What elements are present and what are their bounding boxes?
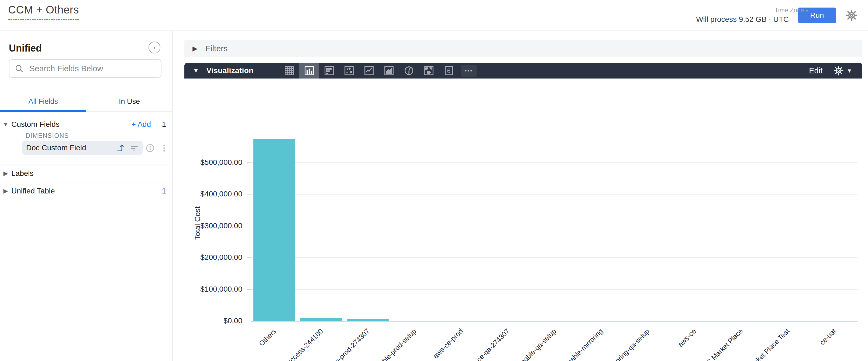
viz-icon-pie[interactable] [399, 63, 419, 79]
divider [0, 200, 173, 200]
active-tab-indicator [0, 110, 86, 112]
gridline [251, 194, 858, 195]
y-tick-label: $200,000.00 [183, 253, 242, 262]
single-value-icon: 6 [443, 64, 455, 77]
viz-icon-scatter[interactable] [339, 63, 359, 79]
line-chart-icon [363, 64, 375, 77]
caret-down-icon[interactable]: ▼ [0, 121, 11, 128]
gridline [251, 257, 858, 258]
viz-icon-column[interactable] [299, 63, 319, 79]
y-axis-tick [247, 321, 251, 321]
scatter-chart-icon [343, 64, 355, 77]
field-label: Doc Custom Field [26, 143, 112, 152]
edit-button[interactable]: Edit [809, 66, 823, 75]
process-info: Time Zone ▾ Will process 9.52 GB · UTC [696, 6, 789, 24]
search-field-container [9, 59, 161, 78]
field-doc-custom-field[interactable]: Doc Custom Field [22, 141, 143, 155]
visualization-label: Visualization [207, 66, 254, 75]
bar[interactable] [347, 318, 389, 321]
viz-type-switcher: 6 ••• [279, 63, 479, 79]
pie-chart-icon [403, 64, 415, 77]
caret-right-icon[interactable]: ▶ [0, 170, 11, 177]
filter-icon[interactable] [130, 143, 139, 152]
search-input[interactable] [29, 64, 156, 74]
field-tabs: All Fields In Use [0, 92, 173, 112]
filters-label: Filters [206, 44, 227, 53]
viz-icon-bar[interactable] [319, 63, 339, 79]
timezone-label: Time Zone [774, 7, 804, 14]
viz-icon-table[interactable] [279, 63, 299, 79]
y-axis-tick [247, 257, 251, 258]
y-axis-tick [247, 162, 251, 163]
filters-bar[interactable]: ▶ Filters [184, 40, 862, 57]
y-tick-label: $400,000.00 [183, 190, 242, 198]
caret-down-icon[interactable]: ▼ [193, 67, 199, 74]
y-axis-tick [247, 226, 251, 226]
map-chart-icon [423, 64, 435, 77]
viz-icon-more[interactable]: ••• [459, 63, 479, 79]
y-axis-tick [247, 194, 251, 195]
looker-explore-page: CCM + Others Time Zone ▾ Will process 9.… [0, 0, 868, 361]
caret-right-icon[interactable]: ▶ [0, 188, 11, 195]
collapse-sidebar-button[interactable]: ‹ [149, 41, 160, 53]
section-label: Labels [11, 169, 34, 178]
y-tick-label: $0.00 [183, 316, 242, 325]
y-axis-tick [247, 289, 251, 290]
x-axis-baseline [251, 321, 858, 322]
section-count: 1 [151, 120, 166, 129]
viz-icon-line[interactable] [359, 63, 379, 79]
gridline [251, 162, 858, 163]
bar-chart-icon [323, 64, 335, 77]
bar-chart: Total Cost Doc Custom Field $500,000.00$… [173, 79, 868, 361]
kebab-menu-icon[interactable] [160, 143, 169, 153]
viz-icon-map[interactable] [419, 63, 439, 79]
y-tick-label: $300,000.00 [183, 222, 242, 230]
x-tick-label: Others [154, 327, 278, 361]
gridline [251, 289, 858, 290]
timezone-dropdown[interactable]: Time Zone ▾ [715, 6, 808, 14]
header: CCM + Others Time Zone ▾ Will process 9.… [0, 0, 868, 30]
bar[interactable] [300, 318, 342, 321]
y-tick-label: $100,000.00 [183, 285, 242, 294]
page-title[interactable]: CCM + Others [8, 4, 79, 20]
gear-icon [833, 65, 844, 76]
tab-all-fields[interactable]: All Fields [0, 92, 86, 111]
chevron-down-icon: ▾ [806, 8, 808, 13]
more-icon: ••• [461, 65, 476, 77]
add-custom-field-button[interactable]: + Add [131, 120, 151, 129]
header-controls: Time Zone ▾ Will process 9.52 GB · UTC R… [696, 0, 858, 30]
viz-icon-single-value[interactable]: 6 [439, 63, 459, 79]
section-label: Unified Table [11, 187, 55, 195]
pivot-icon[interactable] [116, 143, 125, 152]
column-chart-icon [303, 64, 315, 77]
section-custom-fields[interactable]: ▼ Custom Fields + Add 1 [0, 116, 173, 132]
field-picker-sidebar: Unified ‹ All Fields In Use ▼ Custom Fie… [0, 31, 173, 361]
explore-title: Unified [9, 43, 42, 54]
viz-icon-area[interactable] [379, 63, 399, 79]
section-labels[interactable]: ▶ Labels [0, 165, 173, 182]
area-chart-icon [383, 64, 395, 77]
section-count: 1 [151, 187, 166, 195]
process-size-text: Will process 9.52 GB · UTC [696, 15, 789, 24]
info-icon[interactable] [146, 143, 155, 153]
section-unified-table[interactable]: ▶ Unified Table 1 [0, 183, 173, 200]
settings-gear-icon[interactable] [845, 9, 858, 22]
svg-text:6: 6 [447, 67, 451, 75]
caret-right-icon: ▶ [192, 45, 197, 52]
chevron-down-icon: ▼ [847, 68, 852, 74]
section-label: Custom Fields [11, 120, 60, 129]
viz-settings-control[interactable]: ▼ [833, 65, 852, 76]
viz-bar-right: Edit ▼ [809, 65, 852, 76]
bar[interactable] [253, 139, 296, 321]
search-icon [14, 64, 24, 74]
tab-in-use[interactable]: In Use [86, 92, 173, 111]
visualization-bar: ▼ Visualization [184, 63, 862, 79]
dimensions-group-header: DIMENSIONS [26, 132, 69, 139]
gridline [251, 226, 858, 226]
main-panel: ▶ Filters ▼ Visualization [173, 31, 868, 361]
table-icon [283, 64, 296, 77]
y-tick-label: $500,000.00 [183, 158, 242, 167]
